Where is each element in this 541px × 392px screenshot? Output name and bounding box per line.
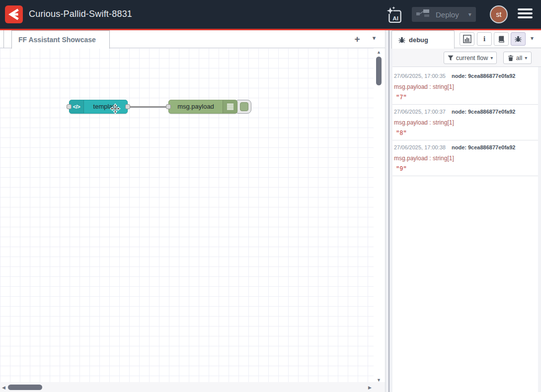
app-title: Curious-Pallid-Swift-8831 [29, 9, 132, 19]
debug-input-port[interactable] [166, 104, 171, 109]
tab-scroll-spacer [0, 30, 4, 48]
message-node-id: node: 9cea886877e0fa92 [452, 109, 515, 115]
message-meta: 27/06/2025, 17:00:35node: 9cea886877e0fa… [394, 73, 537, 79]
bug-icon [398, 36, 405, 44]
sidebar-scroll-track[interactable] [538, 30, 541, 392]
debug-clear-button[interactable]: all ▾ [503, 52, 532, 64]
scroll-left-arrow[interactable]: ◀ [2, 385, 5, 390]
message-meta: 27/06/2025, 17:00:38node: 9cea886877e0fa… [394, 144, 537, 151]
tab-info[interactable]: i [477, 32, 492, 46]
lines-icon [227, 103, 234, 110]
clear-label: all [516, 55, 523, 62]
code-icon: </> [73, 104, 80, 110]
chart-icon [463, 35, 471, 43]
message-timestamp: 27/06/2025, 17:00:37 [394, 109, 446, 115]
trash-icon [508, 55, 514, 62]
debug-message[interactable]: 27/06/2025, 17:00:35node: 9cea886877e0fa… [392, 69, 541, 105]
canvas-vscroll-track[interactable] [374, 48, 385, 392]
main-menu-button[interactable] [518, 8, 533, 20]
flow-canvas[interactable]: </> template msg.payload ▲ ▼ ◀ ▶ [0, 48, 385, 392]
scroll-right-arrow[interactable]: ▶ [368, 385, 372, 390]
debug-message[interactable]: 27/06/2025, 17:00:38node: 9cea886877e0fa… [392, 140, 541, 176]
sidebar-resize-handle[interactable] [385, 30, 392, 392]
filter-caret-icon: ▾ [490, 55, 493, 61]
message-timestamp: 27/06/2025, 17:00:35 [394, 73, 446, 79]
ai-label: AI [392, 15, 398, 21]
debug-node-label: msg.payload [169, 100, 223, 113]
template-output-port[interactable] [125, 104, 130, 109]
template-input-port[interactable] [67, 104, 72, 109]
menu-bar [518, 12, 533, 14]
resize-handle-line [388, 30, 389, 392]
debug-message-list: 27/06/2025, 17:00:35node: 9cea886877e0fa… [392, 69, 541, 176]
sidebar-menu-caret-icon[interactable]: ▾ [528, 35, 537, 42]
user-avatar[interactable]: st [490, 5, 508, 23]
header-bar: Curious-Pallid-Swift-8831 AI Deploy ▾ st [0, 0, 541, 29]
horizontal-scrollbar-thumb[interactable] [8, 385, 42, 390]
debug-message[interactable]: 27/06/2025, 17:00:37node: 9cea886877e0fa… [392, 105, 541, 140]
template-node-icon: </> [70, 100, 84, 113]
tab-help[interactable] [494, 32, 509, 46]
flow-list-caret-icon[interactable]: ▾ [369, 34, 380, 42]
filter-label: current flow [456, 55, 488, 62]
workspace-tabbar: FF Assistant Showcase + ▾ [0, 30, 385, 48]
deploy-icon [416, 8, 429, 20]
message-property[interactable]: msg.payload : string[1] [394, 84, 537, 90]
menu-bar [518, 8, 533, 10]
scroll-up-arrow[interactable]: ▲ [377, 50, 381, 55]
bug-icon [515, 35, 522, 43]
debug-tab-label: debug [409, 36, 428, 44]
message-value[interactable]: "8" [394, 131, 537, 137]
book-icon [498, 35, 505, 43]
message-timestamp: 27/06/2025, 17:00:38 [394, 144, 446, 150]
deploy-button[interactable]: Deploy ▾ [412, 7, 476, 22]
scroll-down-arrow[interactable]: ▼ [377, 378, 381, 383]
sidebar-tabbar: debug i [392, 30, 541, 48]
message-value[interactable]: "7" [394, 95, 537, 101]
message-meta: 27/06/2025, 17:00:37node: 9cea886877e0fa… [394, 109, 537, 115]
tab-debug-icon-button[interactable] [511, 32, 526, 46]
message-property[interactable]: msg.payload : string[1] [394, 155, 537, 162]
tab-debug[interactable]: debug [391, 30, 455, 49]
node-debug[interactable]: msg.payload [168, 100, 237, 114]
vertical-scrollbar-thumb[interactable] [376, 57, 382, 85]
ai-assistant-button[interactable]: AI [386, 5, 403, 24]
message-node-id: node: 9cea886877e0fa92 [452, 144, 515, 150]
move-cursor-icon [110, 103, 121, 116]
deploy-options-caret-icon[interactable]: ▾ [468, 11, 471, 18]
tab-dashboard[interactable] [460, 32, 474, 46]
flow-tab-label: FF Assistant Showcase [18, 36, 96, 44]
message-node-id: node: 9cea886877e0fa92 [452, 73, 515, 79]
message-property[interactable]: msg.payload : string[1] [394, 120, 537, 126]
wire-template-to-debug[interactable] [127, 106, 171, 108]
deploy-label: Deploy [436, 10, 459, 19]
debug-node-icon [223, 100, 237, 113]
clear-caret-icon: ▾ [525, 55, 527, 61]
debug-filter-button[interactable]: current flow ▾ [444, 52, 497, 64]
sidebar: debug i [392, 30, 541, 392]
canvas-hscroll-track[interactable] [0, 382, 385, 392]
debug-toolbar: current flow ▾ all ▾ [392, 48, 541, 67]
debug-toggle-indicator [240, 102, 248, 111]
info-icon: i [483, 35, 485, 43]
filter-icon [448, 55, 454, 61]
app-logo-icon[interactable] [5, 5, 23, 23]
message-value[interactable]: "9" [394, 166, 537, 173]
add-flow-button[interactable]: + [351, 33, 364, 46]
menu-bar [518, 16, 533, 18]
flow-tab[interactable]: FF Assistant Showcase [11, 30, 110, 49]
